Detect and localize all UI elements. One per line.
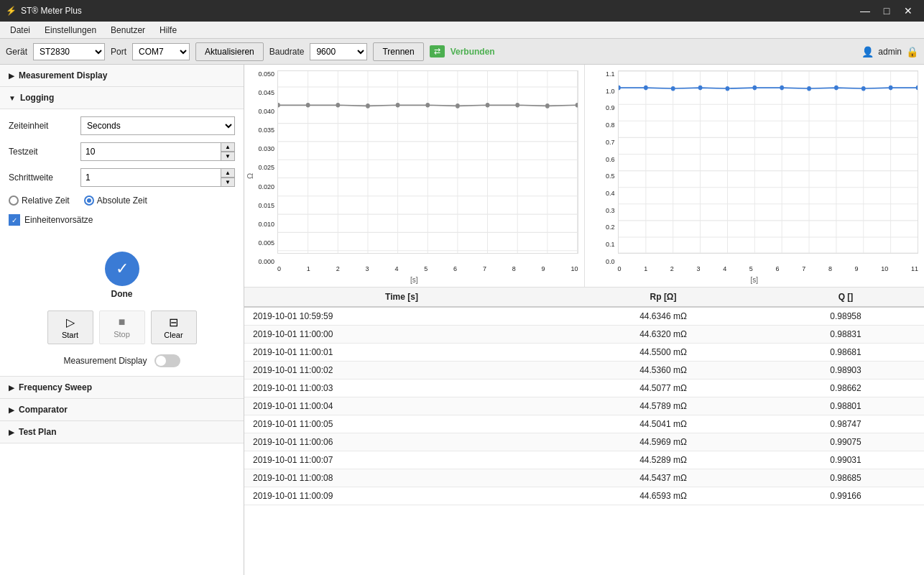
measurement-display-arrow: ▶	[9, 72, 14, 80]
cell-time: 2019-10-01 11:00:01	[244, 344, 559, 362]
test-time-up[interactable]: ▲	[221, 142, 235, 152]
test-plan-arrow: ▶	[9, 428, 14, 436]
q-y-ticks: 1.1 1.0 0.9 0.8 0.7 0.6 0.5 0.4 0.3 0.2 …	[595, 70, 615, 265]
titlebar: ⚡ ST® Meter Plus — □ ✕	[0, 0, 924, 22]
settings-icon[interactable]: 🔒	[906, 46, 918, 58]
cell-q: 0.98801	[767, 397, 924, 415]
connected-label: Verbunden	[451, 47, 495, 57]
start-button[interactable]: ▷ Start	[47, 310, 93, 344]
svg-point-57	[698, 86, 702, 91]
step-input[interactable]: 1	[80, 168, 221, 187]
q-x-ticks: 0 1 2 3 4 5 6 7 8 9 10 11	[618, 265, 919, 272]
port-select[interactable]: COM7	[132, 43, 190, 60]
comparator-label: Comparator	[19, 405, 68, 415]
cell-rp: 44.6320 mΩ	[559, 326, 767, 344]
start-label: Start	[62, 331, 78, 339]
stop-label: Stop	[114, 330, 130, 339]
svg-point-62	[834, 86, 838, 91]
comparator-header[interactable]: ▶ Comparator	[0, 399, 244, 421]
user-area: 👤 admin 🔒	[861, 46, 918, 58]
unit-prefix-label: Einheitenvorsätze	[24, 215, 93, 225]
measurement-display-toggle[interactable]	[154, 354, 180, 367]
connection-status-icon: ⇄	[430, 45, 445, 58]
toolbar: Gerät ST2830 Port COM7 Aktualisieren Bau…	[0, 39, 924, 65]
close-button[interactable]: ✕	[898, 1, 918, 21]
cell-time: 2019-10-01 11:00:02	[244, 362, 559, 380]
cell-q: 0.98831	[767, 326, 924, 344]
comparator-arrow: ▶	[9, 406, 14, 414]
time-unit-select[interactable]: Seconds Minutes Hours	[80, 116, 235, 135]
table-row: 2019-10-01 11:00:03 44.5077 mΩ 0.98662	[244, 380, 924, 397]
col-time: Time [s]	[244, 288, 559, 307]
menu-einstellungen[interactable]: Einstellungen	[37, 24, 103, 37]
baudrate-select[interactable]: 9600	[310, 43, 367, 60]
step-spinner-buttons: ▲ ▼	[221, 168, 235, 187]
app-icon: ⚡	[6, 6, 17, 16]
unit-prefix-checkbox[interactable]: ✓	[9, 214, 20, 226]
svg-point-29	[545, 104, 550, 109]
table-row: 2019-10-01 10:59:59 44.6346 mΩ 0.98958	[244, 307, 924, 326]
test-time-label: Testzeit	[9, 147, 80, 157]
svg-point-25	[425, 103, 430, 108]
rp-y-ticks: 0.050 0.045 0.040 0.035 0.030 0.025 0.02…	[254, 70, 274, 265]
maximize-button[interactable]: □	[877, 1, 897, 21]
disconnect-button[interactable]: Trennen	[373, 42, 423, 61]
cell-time: 2019-10-01 11:00:03	[244, 380, 559, 397]
time-unit-label: Zeiteinheit	[9, 121, 80, 131]
svg-point-63	[861, 86, 865, 91]
port-label: Port	[111, 47, 126, 57]
svg-point-59	[752, 86, 757, 91]
cell-rp: 44.5360 mΩ	[559, 362, 767, 380]
test-time-input[interactable]: 10	[80, 142, 221, 161]
done-icon: ✓	[105, 252, 139, 286]
cell-q: 0.98903	[767, 362, 924, 380]
table-header: Time [s] Rp [Ω] Q []	[244, 288, 924, 307]
time-mode-row: Relative Zeit Absolute Zeit	[9, 194, 235, 207]
svg-point-58	[725, 86, 729, 91]
step-label: Schrittweite	[9, 172, 80, 183]
svg-point-26	[456, 104, 460, 109]
menu-benutzer[interactable]: Benutzer	[103, 24, 152, 37]
test-plan-header[interactable]: ▶ Test Plan	[0, 421, 244, 443]
user-icon: 👤	[861, 46, 874, 58]
time-unit-row: Zeiteinheit Seconds Minutes Hours	[9, 116, 235, 135]
logging-arrow: ▼	[9, 94, 16, 102]
table-row: 2019-10-01 11:00:06 44.5969 mΩ 0.99075	[244, 433, 924, 451]
unit-prefix-row: ✓ Einheitenvorsätze	[9, 214, 235, 226]
relative-time-option[interactable]: Relative Zeit	[9, 196, 70, 206]
menu-datei[interactable]: Datei	[3, 24, 37, 37]
relative-time-radio[interactable]	[9, 196, 19, 206]
stop-button[interactable]: ■ Stop	[99, 310, 145, 344]
clear-label: Clear	[164, 331, 183, 339]
device-select[interactable]: ST2830	[33, 43, 105, 60]
step-down[interactable]: ▼	[221, 178, 235, 187]
app-title: ⚡ ST® Meter Plus	[6, 6, 82, 16]
rp-chart-area	[277, 70, 578, 254]
table-row: 2019-10-01 11:00:05 44.5041 mΩ 0.98747	[244, 415, 924, 433]
svg-point-65	[915, 86, 918, 91]
cell-rp: 44.6346 mΩ	[559, 307, 767, 326]
controls-row: ▷ Start ■ Stop ⊟ Clear	[0, 305, 244, 350]
cell-q: 0.98685	[767, 469, 924, 487]
cell-rp: 44.5289 mΩ	[559, 451, 767, 469]
minimize-button[interactable]: —	[855, 1, 875, 21]
measurement-display-toggle-row: Measurement Display	[0, 350, 244, 377]
update-button[interactable]: Aktualisieren	[195, 42, 264, 61]
clear-button[interactable]: ⊟ Clear	[151, 310, 197, 344]
toggle-knob	[156, 356, 166, 366]
test-time-spinner-buttons: ▲ ▼	[221, 142, 235, 161]
table-body: 2019-10-01 10:59:59 44.6346 mΩ 0.98958 2…	[244, 307, 924, 505]
q-chart-svg	[619, 71, 918, 253]
frequency-sweep-header[interactable]: ▶ Frequency Sweep	[0, 377, 244, 399]
menu-hilfe[interactable]: Hilfe	[152, 24, 184, 37]
col-q: Q []	[767, 288, 924, 307]
app-title-text: ST® Meter Plus	[21, 6, 82, 16]
absolute-time-option[interactable]: Absolute Zeit	[84, 196, 147, 206]
logging-header[interactable]: ▼ Logging	[0, 87, 244, 109]
svg-point-27	[486, 103, 490, 108]
test-time-down[interactable]: ▼	[221, 152, 235, 161]
absolute-time-radio[interactable]	[84, 196, 94, 206]
device-label: Gerät	[6, 47, 27, 57]
step-up[interactable]: ▲	[221, 168, 235, 178]
measurement-display-header[interactable]: ▶ Measurement Display	[0, 65, 244, 87]
